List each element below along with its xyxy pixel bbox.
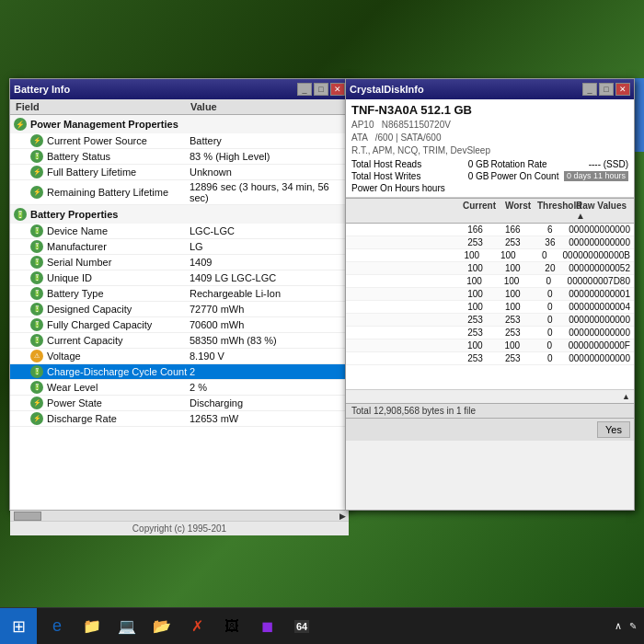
value-serial-number: 1409 [190,257,345,268]
ssd-minimize-button[interactable]: _ [582,83,597,96]
field-device-name: Device Name [47,225,190,236]
value-device-name: LGC-LGC [190,225,345,236]
battery-window-title: Battery Info [14,84,70,95]
field-current-power-source: Current Power Source [47,135,190,146]
battery-scrollbar[interactable]: ▶ [10,510,349,521]
ssd-maximize-button[interactable]: □ [599,83,614,96]
ssd-power-on-count-row: Power On Count 0 days 11 hours [491,171,629,181]
field-wear-level: Wear Level [47,382,190,393]
ssd-row-3[interactable]: 100 100 0 000000000000B [346,249,634,262]
ssd-row-6[interactable]: 100 100 0 000000000001 [346,288,634,301]
taskbar-icon-app2[interactable]: ◼ [250,610,283,643]
ssd-row-7[interactable]: 100 100 0 000000000004 [346,301,634,314]
row-designed-capacity[interactable]: 🔋 Designed Capacity 72770 mWh [10,302,349,317]
ssd-row-5[interactable]: 100 100 0 000000007D80 [346,275,634,288]
row-manufacturer[interactable]: 🔋 Manufacturer LG [10,239,349,255]
ssd-window: CrystalDiskInfo _ □ ✕ TNF-N3A0A 512.1 GB… [345,78,635,511]
row-full-battery-lifetime[interactable]: ⚡ Full Battery Lifetime Unknown [10,165,349,180]
value-designed-capacity: 72770 mWh [190,304,345,315]
ssd-attr-raw-8: 000000000000 [569,315,630,325]
ssd-attr-raw-10: 00000000000F [569,340,630,351]
taskbar-icon-folder[interactable]: 📂 [145,610,178,643]
ssd-scrollbar[interactable]: ▲ [346,389,634,403]
maximize-button[interactable]: □ [314,83,328,96]
ssd-attr-cur-5: 100 [455,276,492,286]
start-button[interactable]: ⊞ [0,608,37,645]
row-wear-level[interactable]: 🔋 Wear Level 2 % [10,380,349,396]
taskbar-icon-tool[interactable]: ✗ [180,610,213,643]
ssd-power-on-count-label: Power On Count [491,171,559,181]
row-unique-id[interactable]: 🔋 Unique ID 1409 LG LGC-LGC [10,270,349,286]
scrollbar-right-arrow[interactable]: ▶ [339,512,349,521]
row-icon-device-name: 🔋 [30,224,43,237]
ssd-total-writes-value: 0 GB [468,171,489,181]
ssd-row-10[interactable]: 100 100 0 00000000000F [346,339,634,352]
row-battery-status[interactable]: 🔋 Battery Status 83 % (High Level) [10,149,349,165]
field-fully-charged-capacity: Fully Charged Capacity [47,319,190,330]
ssd-close-button[interactable]: ✕ [615,83,630,96]
value-column-header: Value [190,101,343,112]
taskbar-icon-pc[interactable]: 💻 [110,610,144,643]
row-remaining-battery-lifetime[interactable]: ⚡ Remaining Battery Lifetime 12896 sec (… [10,180,349,205]
row-serial-number[interactable]: 🔋 Serial Number 1409 [10,255,349,270]
app-64-icon: 64 [294,620,309,633]
minimize-button[interactable]: _ [297,83,312,96]
row-icon-current-capacity: 🔋 [30,334,43,347]
ssd-row-4[interactable]: 100 100 20 000000000052 [346,262,634,275]
row-voltage[interactable]: ⚠ Voltage 8.190 V [10,349,349,364]
ssd-attr-thresh-3: 0 [526,250,563,260]
ssd-attr-raw-5: 000000007D80 [568,276,630,286]
row-fully-charged-capacity[interactable]: 🔋 Fully Charged Capacity 70600 mWh [10,317,349,333]
ssd-row-8[interactable]: 253 253 0 000000000000 [346,314,634,327]
ssd-yes-button[interactable]: Yes [597,421,630,438]
explorer-icon: 📁 [83,617,101,635]
taskbar-icon-edge[interactable]: e [40,610,74,643]
taskbar-tray: ∧ ✎ [607,620,644,632]
ssd-row-1[interactable]: 166 166 6 000000000000 [346,224,634,236]
tool-icon: ✗ [191,617,203,635]
tray-expand[interactable]: ∧ [615,620,622,632]
value-wear-level: 2 % [190,382,345,393]
field-battery-status: Battery Status [47,151,190,162]
ssd-row-11[interactable]: 253 253 0 000000000000 [346,352,634,365]
ssd-attr-worst-2: 253 [494,237,532,247]
ssd-attr-worst-11: 253 [494,353,532,363]
ssd-table-header: Current Worst Threshold Raw Values ▲ [346,198,634,224]
taskbar-icon-app1[interactable]: 🖼 [215,610,248,643]
field-voltage: Voltage [47,351,190,362]
taskbar-icon-explorer[interactable]: 📁 [75,610,109,643]
ssd-attr-cur-9: 253 [456,328,494,338]
ssd-attr-thresh-2: 36 [532,237,569,247]
close-button[interactable]: ✕ [330,83,345,96]
battery-copyright: Copyright (c) 1995-201 [10,521,349,535]
row-current-capacity[interactable]: 🔋 Current Capacity 58350 mWh (83 %) [10,333,349,349]
scroll-arrow-up[interactable]: ▲ [622,392,630,401]
ssd-power-on-count-value: 0 days 11 hours [564,171,628,181]
ssd-attr-worst-1: 166 [494,224,532,235]
ssd-speed: /600 | SATA/600 [375,132,442,143]
scrollbar-thumb[interactable] [14,512,41,521]
ssd-features: R.T., APM, NCQ, TRIM, DevSleep [351,145,628,155]
ssd-row-9[interactable]: 253 253 0 000000000000 [346,327,634,339]
row-power-state[interactable]: ⚡ Power State Discharging [10,396,349,411]
ssd-attr-raw-11: 000000000000 [569,353,630,363]
row-current-power-source[interactable]: ⚡ Current Power Source Battery [10,133,349,149]
power-section-icon: ⚡ [14,118,27,131]
ssd-rotation-rate-value: ---- (SSD) [589,159,628,169]
row-battery-type[interactable]: 🔋 Battery Type Rechargeable Li-Ion [10,286,349,302]
row-cycle-count[interactable]: 🔋 Charge-Discharge Cycle Count 2 [10,364,349,380]
row-discharge-rate[interactable]: ⚡ Discharge Rate 12653 mW [10,411,349,427]
ssd-window-title: CrystalDiskInfo [350,84,424,95]
battery-properties-label: Battery Properties [30,209,118,220]
value-full-battery-lifetime: Unknown [190,167,345,178]
ssd-attr-raw-6: 000000000001 [569,289,630,299]
ssd-attr-cur-6: 100 [456,289,494,299]
ssd-attr-cur-8: 253 [456,315,494,325]
taskbar-icon-64[interactable]: 64 [285,610,318,643]
ssd-col-header-threshold: Threshold [537,201,576,221]
ssd-row-2[interactable]: 253 253 36 000000000000 [346,236,634,249]
ssd-col-header-name [350,201,460,221]
row-device-name[interactable]: 🔋 Device Name LGC-LGC [10,224,349,239]
battery-table-body: ⚡ Power Management Properties ⚡ Current … [10,115,349,503]
value-current-power-source: Battery [190,135,345,146]
